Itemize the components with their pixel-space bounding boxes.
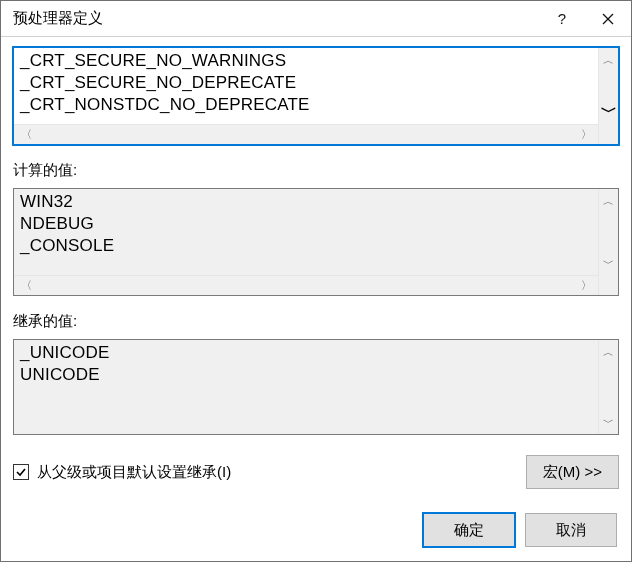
list-item: NDEBUG [20,213,592,235]
computed-values-list: WIN32 NDEBUG _CONSOLE [14,189,598,275]
chevron-up-icon: ︿ [603,53,614,68]
scroll-track[interactable] [38,125,574,144]
close-icon [602,13,614,25]
scroll-right-button[interactable]: 〉 [574,125,598,144]
scroll-down-button[interactable]: ﹀ [599,251,618,275]
cancel-button[interactable]: 取消 [525,513,617,547]
inherit-checkbox[interactable]: 从父级或项目默认设置继承(I) [13,463,231,482]
horizontal-scrollbar[interactable]: 〈 〉 [14,124,598,144]
list-item: _CONSOLE [20,235,592,257]
macros-button[interactable]: 宏(M) >> [526,455,619,489]
dialog-window: 预处理器定义 ? _CRT_SECURE_NO_WARNINGS _CRT_SE… [0,0,632,562]
definitions-list[interactable]: _CRT_SECURE_NO_WARNINGS _CRT_SECURE_NO_D… [14,48,598,124]
cancel-button-label: 取消 [556,521,586,540]
scroll-track[interactable] [599,213,618,251]
dialog-footer: 确定 取消 [13,513,619,547]
preprocessor-definitions-editbox[interactable]: _CRT_SECURE_NO_WARNINGS _CRT_SECURE_NO_D… [13,47,619,145]
chevron-left-icon: 〈 [21,127,32,142]
chevron-left-icon: 〈 [21,278,32,293]
checkbox-box[interactable] [13,464,29,480]
scroll-up-button[interactable]: ︿ [599,189,618,213]
scroll-track[interactable] [599,72,618,100]
ok-button[interactable]: 确定 [423,513,515,547]
scroll-corner [598,275,618,295]
list-item[interactable]: _CRT_NONSTDC_NO_DEPRECATE [20,94,592,116]
chevron-up-icon: ︿ [603,194,614,209]
inherited-values-list: _UNICODE UNICODE [14,340,598,434]
chevron-up-icon: ︿ [603,345,614,360]
list-item[interactable]: _CRT_SECURE_NO_WARNINGS [20,50,592,72]
scroll-down-button[interactable]: ﹀ [599,410,618,434]
dialog-body: _CRT_SECURE_NO_WARNINGS _CRT_SECURE_NO_D… [1,37,631,562]
chevron-down-icon: ﹀ [603,256,614,271]
computed-values-label: 计算的值: [13,161,619,180]
inherit-checkbox-label: 从父级或项目默认设置继承(I) [37,463,231,482]
horizontal-scrollbar[interactable]: 〈 〉 [14,275,598,295]
computed-values-listbox: WIN32 NDEBUG _CONSOLE ︿ ﹀ 〈 〉 [13,188,619,296]
chevron-right-icon: 〉 [581,278,592,293]
check-icon [15,466,27,478]
titlebar: 预处理器定义 ? [1,1,631,37]
vertical-scrollbar[interactable]: ︿ ﹀ [598,340,618,434]
scroll-left-button[interactable]: 〈 [14,276,38,295]
scroll-right-button[interactable]: 〉 [574,276,598,295]
help-button[interactable]: ? [539,1,585,37]
chevron-right-icon: 〉 [581,127,592,142]
ok-button-label: 确定 [454,521,484,540]
scroll-up-button[interactable]: ︿ [599,340,618,364]
vertical-scrollbar[interactable]: ︿ ﹀ [598,189,618,275]
close-button[interactable] [585,1,631,37]
scroll-corner [598,124,618,144]
list-item[interactable]: _CRT_SECURE_NO_DEPRECATE [20,72,592,94]
inherited-values-label: 继承的值: [13,312,619,331]
list-item: UNICODE [20,364,592,386]
list-item: _UNICODE [20,342,592,364]
dialog-title: 预处理器定义 [13,9,539,28]
macros-button-label: 宏(M) >> [543,463,602,482]
vertical-scrollbar[interactable]: ︿ ﹀ [598,48,618,124]
scroll-left-button[interactable]: 〈 [14,125,38,144]
chevron-down-icon: ﹀ [603,415,614,430]
scroll-track[interactable] [599,364,618,410]
options-row: 从父级或项目默认设置继承(I) 宏(M) >> [13,455,619,489]
inherited-values-listbox: _UNICODE UNICODE ︿ ﹀ [13,339,619,435]
scroll-track[interactable] [38,276,574,295]
scroll-down-button[interactable]: ﹀ [599,100,618,124]
chevron-down-icon: ﹀ [601,104,617,120]
list-item: WIN32 [20,191,592,213]
scroll-up-button[interactable]: ︿ [599,48,618,72]
